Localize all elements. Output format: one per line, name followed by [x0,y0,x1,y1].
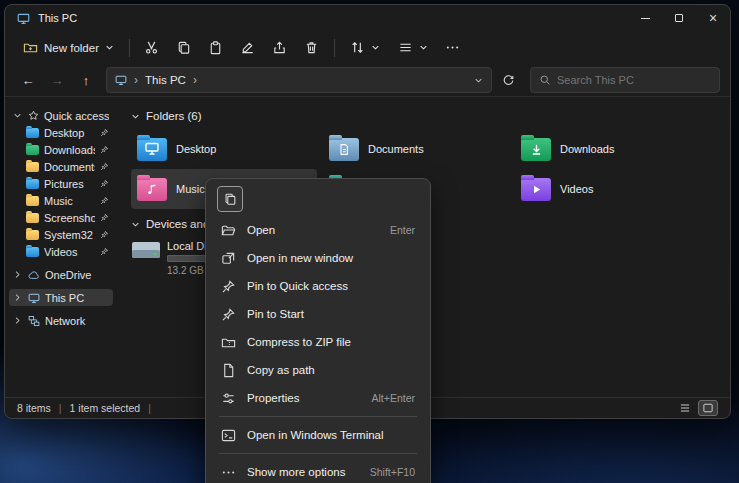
share-button[interactable] [265,34,295,62]
sidebar-item-quick-access[interactable]: Quick access [9,107,113,124]
new-window-icon [221,251,237,266]
cut-button[interactable] [137,34,167,62]
back-icon: ← [22,73,35,88]
menu-item-shortcut: Shift+F10 [370,466,415,478]
details-view-button[interactable] [675,400,695,416]
quick-action-copy-button[interactable] [217,186,243,212]
maximize-button[interactable] [662,5,696,31]
chevron-down-icon [131,112,140,121]
share-icon [272,40,287,55]
sidebar-item-downloads[interactable]: Downloads [9,141,113,158]
details-view-icon [679,402,691,414]
paste-icon [208,40,223,55]
zip-folder-icon [221,335,237,350]
folder-name: Downloads [560,143,614,155]
view-button[interactable] [390,34,436,62]
sidebar-item-pictures[interactable]: Pictures [9,175,113,192]
videos-folder-icon [26,247,39,257]
folder-tile-downloads[interactable]: Downloads [515,129,701,169]
new-folder-icon [23,40,38,55]
menu-item-open-in-new-window[interactable]: Open in new window [211,244,425,272]
menu-item-label: Pin to Quick access [247,280,405,292]
menu-item-pin-to-start[interactable]: Pin to Start [211,300,425,328]
delete-button[interactable] [297,34,327,62]
menu-item-open[interactable]: Open Enter [211,216,425,244]
menu-item-properties[interactable]: Properties Alt+Enter [211,384,425,412]
folder-name: Documents [368,143,424,155]
new-folder-button[interactable]: New folder [15,34,122,62]
sidebar-item-music[interactable]: Music [9,192,113,209]
sort-button[interactable] [342,34,388,62]
sidebar-item-documents[interactable]: Documents [9,158,113,175]
breadcrumb-location[interactable]: This PC [145,74,186,86]
system32-folder-icon [26,230,39,240]
menu-item-compress-to-zip[interactable]: Compress to ZIP file [211,328,425,356]
hard-drive-icon [131,239,161,261]
close-button[interactable]: × [696,5,730,31]
copy-button[interactable] [169,34,199,62]
chevron-down-icon [371,43,380,52]
menu-item-label: Open in new window [247,252,405,264]
music-folder-icon [26,196,39,206]
music-folder-icon [137,178,167,201]
breadcrumb[interactable]: › This PC › [106,67,492,93]
sidebar-item-screenshots[interactable]: Screenshots [9,209,113,226]
context-menu: Open Enter Open in new window Pin to Qui… [205,178,431,483]
menu-item-label: Properties [247,392,362,404]
refresh-button[interactable] [495,67,521,93]
sidebar-item-label: Screenshots [44,212,95,224]
paste-button[interactable] [201,34,231,62]
thumbnail-view-button[interactable] [698,400,718,416]
minimize-button[interactable] [628,5,662,31]
menu-separator [219,416,417,417]
downloads-folder-icon [521,138,551,161]
sidebar-item-label: OneDrive [45,269,109,281]
quick-access-icon [28,110,39,121]
open-icon [221,223,237,238]
delete-icon [304,40,319,55]
breadcrumb-chevron: › [134,73,138,87]
thumbnail-view-icon [702,402,714,414]
menu-item-shortcut: Enter [390,224,415,236]
folder-tile-desktop[interactable]: Desktop [131,129,317,169]
status-separator: | [59,402,62,414]
rename-button[interactable] [233,34,263,62]
sidebar-item-label: Downloads [44,144,95,156]
documents-folder-icon [329,138,359,161]
sidebar-item-onedrive[interactable]: OneDrive [9,266,113,283]
sidebar-item-videos[interactable]: Videos [9,243,113,260]
back-button[interactable]: ← [15,67,41,93]
up-button[interactable]: ↑ [73,67,99,93]
sidebar-item-label: System32 [44,229,95,241]
menu-item-pin-to-quick-access[interactable]: Pin to Quick access [211,272,425,300]
sidebar-item-system32[interactable]: System32 [9,226,113,243]
app-icon [17,12,30,25]
search-box[interactable] [530,67,720,93]
folder-tile-videos[interactable]: Videos [515,169,701,209]
pin-icon [100,213,109,222]
sidebar-item-label: Documents [44,161,95,173]
sidebar-item-label: Pictures [44,178,95,190]
sidebar-item-network[interactable]: Network [9,312,113,329]
menu-item-label: Open in Windows Terminal [247,429,405,441]
menu-item-show-more-options[interactable]: Show more options Shift+F10 [211,458,425,483]
address-dropdown-icon[interactable] [474,76,483,85]
sidebar-item-label: Quick access [44,110,109,122]
chevron-down-icon [105,43,114,52]
more-options-button[interactable] [438,34,468,62]
forward-button[interactable]: → [44,67,70,93]
search-input[interactable] [557,74,711,86]
onedrive-cloud-icon [28,269,40,281]
folder-tile-documents[interactable]: Documents [323,129,509,169]
terminal-icon [221,428,237,443]
folders-section-header[interactable]: Folders (6) [131,107,730,125]
menu-item-label: Copy as path [247,364,405,376]
menu-item-label: Compress to ZIP file [247,336,405,348]
section-title: Folders (6) [146,110,202,122]
videos-folder-icon [521,178,551,201]
maximize-icon [675,14,683,22]
menu-item-copy-as-path[interactable]: Copy as path [211,356,425,384]
sidebar-item-desktop[interactable]: Desktop [9,124,113,141]
menu-item-open-in-windows-terminal[interactable]: Open in Windows Terminal [211,421,425,449]
sidebar-item-this-pc[interactable]: This PC [9,289,113,306]
